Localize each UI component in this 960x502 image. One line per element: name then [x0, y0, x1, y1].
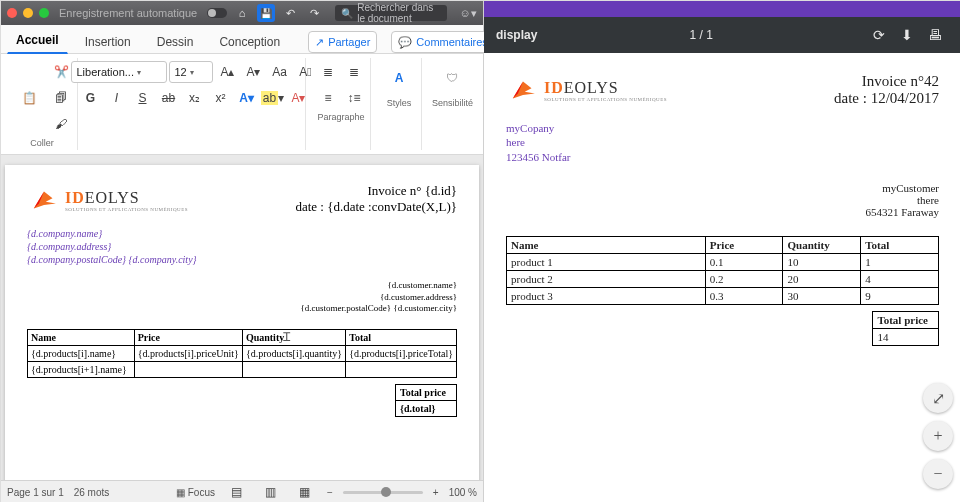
view-outline-button[interactable]: ▦ — [293, 480, 317, 502]
format-painter-button[interactable]: 🖌 — [49, 112, 73, 136]
word-count[interactable]: 26 mots — [74, 487, 110, 498]
underline-button[interactable]: S — [130, 86, 154, 110]
text-effects-button[interactable]: A▾ — [234, 86, 258, 110]
zoom-out-button[interactable]: − — [327, 487, 333, 498]
font-size-select[interactable]: 12▾ — [169, 61, 213, 83]
view-web-button[interactable]: ▥ — [259, 480, 283, 502]
ribbon-tabs: Accueil Insertion Dessin Conception ↗Par… — [1, 25, 483, 54]
styles-button[interactable]: A — [381, 60, 417, 96]
close-window-icon[interactable] — [7, 8, 17, 18]
tab-design[interactable]: Conception — [210, 29, 289, 54]
total-template-table: Total price {d.total} — [395, 384, 457, 417]
share-button[interactable]: ↗Partager — [308, 31, 377, 53]
copy-button[interactable]: 🗐 — [49, 86, 73, 110]
bullets-button[interactable]: ≣ — [316, 60, 340, 84]
share-icon: ↗ — [315, 36, 324, 49]
invoice-number-line: Invoice n° {d.id} — [295, 183, 457, 199]
tab-draw[interactable]: Dessin — [148, 29, 203, 54]
sensitivity-group: 🛡 Sensibilité — [428, 58, 477, 150]
align-button[interactable]: ≡ — [316, 86, 340, 110]
line-spacing-button[interactable]: ↕≡ — [342, 86, 366, 110]
document-search[interactable]: 🔍 Rechercher dans le document — [335, 5, 447, 21]
company-logo: IDEOLYS SOLUTIONS ET APPLICATIONS NUMÉRI… — [27, 183, 188, 217]
autosave-toggle[interactable] — [207, 8, 227, 18]
sensitivity-label: Sensibilité — [432, 98, 473, 108]
paragraph-group: ≣ ≣ ≡ ↕≡ Paragraphe — [312, 58, 371, 150]
zoom-slider[interactable] — [343, 491, 423, 494]
table-row: product 30.3309 — [507, 287, 939, 304]
rotate-icon[interactable]: ⟳ — [865, 27, 893, 43]
change-case-button[interactable]: Aa — [267, 60, 291, 84]
zoom-in-button[interactable]: + — [923, 421, 953, 451]
comments-button[interactable]: 💬Commentaires — [391, 31, 495, 53]
hummingbird-icon — [506, 73, 540, 107]
pdf-toolbar: display 1 / 1 ⟳ ⬇ 🖶 — [484, 17, 960, 53]
pdf-title: display — [496, 28, 537, 42]
strike-button[interactable]: ab — [156, 86, 180, 110]
subscript-button[interactable]: x₂ — [182, 86, 206, 110]
products-table: Name Price Quantity Total product 10.110… — [506, 236, 939, 305]
pdf-viewer-pane: display 1 / 1 ⟳ ⬇ 🖶 IDEOLYS SOLUTIONS ET… — [484, 1, 960, 502]
italic-button[interactable]: I — [104, 86, 128, 110]
company-postal-field: {d.company.postalCode} {d.company.city} — [27, 253, 457, 266]
invoice-heading: Invoice n°42 date : 12/04/2017 — [834, 73, 939, 107]
zoom-value[interactable]: 100 % — [449, 487, 477, 498]
fit-page-button[interactable]: ⤢ — [923, 383, 953, 413]
save-icon[interactable]: 💾 — [257, 4, 275, 22]
customer-block: {d.customer.name} {d.customer.address} {… — [27, 280, 457, 315]
focus-mode-button[interactable]: ▦ Focus — [176, 487, 215, 498]
status-bar: Page 1 sur 1 26 mots ▦ Focus ▤ ▥ ▦ − + 1… — [1, 480, 483, 502]
redo-icon[interactable]: ↷ — [305, 4, 323, 22]
document-canvas[interactable]: IDEOLYS SOLUTIONS ET APPLICATIONS NUMÉRI… — [1, 155, 483, 480]
text-cursor-icon: Ꮖ — [283, 330, 291, 345]
invoice-number: Invoice n°42 — [834, 73, 939, 90]
font-color-button[interactable]: A▾ — [286, 86, 310, 110]
highlight-button[interactable]: ab▾ — [260, 86, 284, 110]
titlebar: Enregistrement automatique ⌂ 💾 ↶ ↷ 🔍 Rec… — [1, 1, 483, 25]
hummingbird-icon — [27, 183, 61, 217]
products-template-table: Name Price Quantity Total {d.products[i]… — [27, 329, 457, 378]
table-row: product 20.2204 — [507, 270, 939, 287]
tab-home[interactable]: Accueil — [7, 27, 68, 54]
cut-button[interactable]: ✂️ — [49, 60, 73, 84]
font-family-select[interactable]: Liberation...▾ — [71, 61, 167, 83]
clipboard-label: Coller — [30, 138, 54, 148]
decrease-font-button[interactable]: A▾ — [241, 60, 265, 84]
page-indicator[interactable]: Page 1 sur 1 — [7, 487, 64, 498]
pdf-page[interactable]: IDEOLYS SOLUTIONS ET APPLICATIONS NUMÉRI… — [484, 53, 960, 502]
smiley-help-icon[interactable]: ☺︎▾ — [459, 4, 477, 22]
zoom-in-button[interactable]: + — [433, 487, 439, 498]
table-header-row: Name Price Quantity Total — [28, 330, 457, 346]
home-icon[interactable]: ⌂ — [233, 4, 251, 22]
font-group: Liberation...▾ 12▾ A▴ A▾ Aa A⃠ G I S ab … — [84, 58, 306, 150]
bold-button[interactable]: G — [78, 86, 102, 110]
search-placeholder: Rechercher dans le document — [357, 2, 441, 24]
numbering-button[interactable]: ≣ — [342, 60, 366, 84]
ribbon: 📋 ✂️ 🗐 🖌 Coller Liberation...▾ 12▾ A▴ A▾… — [1, 54, 483, 155]
increase-font-button[interactable]: A▴ — [215, 60, 239, 84]
sensitivity-button[interactable]: 🛡 — [434, 60, 470, 96]
print-icon[interactable]: 🖶 — [921, 27, 949, 43]
paste-button[interactable]: 📋 — [11, 80, 47, 116]
undo-icon[interactable]: ↶ — [281, 4, 299, 22]
comment-icon: 💬 — [398, 36, 412, 49]
download-icon[interactable]: ⬇ — [893, 27, 921, 43]
table-row: product 10.1101 — [507, 253, 939, 270]
browser-accent-bar — [484, 1, 960, 17]
table-header-row: Name Price Quantity Total — [507, 236, 939, 253]
pdf-fab-column: ⤢ + − — [923, 383, 953, 489]
zoom-out-button[interactable]: − — [923, 459, 953, 489]
superscript-button[interactable]: x² — [208, 86, 232, 110]
company-block: {d.company.name} {d.company.address} {d.… — [27, 227, 457, 266]
pdf-page-indicator[interactable]: 1 / 1 — [537, 28, 865, 42]
template-page[interactable]: IDEOLYS SOLUTIONS ET APPLICATIONS NUMÉRI… — [5, 165, 479, 480]
invoice-heading: Invoice n° {d.id} date : {d.date :convDa… — [295, 183, 457, 215]
styles-group: A Styles — [377, 58, 422, 150]
minimize-window-icon[interactable] — [23, 8, 33, 18]
invoice-date-line: date : {d.date :convDate(X,L)} — [295, 199, 457, 215]
tab-insert[interactable]: Insertion — [76, 29, 140, 54]
company-address-field: {d.company.address} — [27, 240, 457, 253]
maximize-window-icon[interactable] — [39, 8, 49, 18]
invoice-date: date : 12/04/2017 — [834, 90, 939, 107]
view-print-button[interactable]: ▤ — [225, 480, 249, 502]
